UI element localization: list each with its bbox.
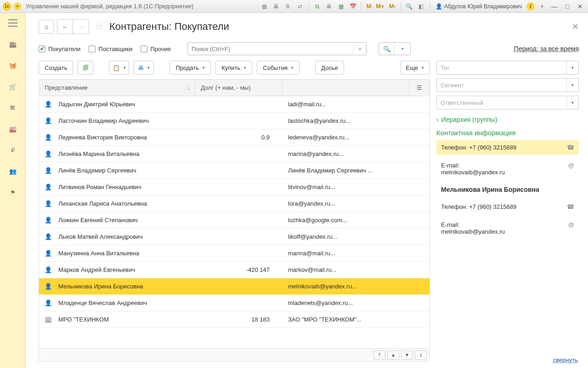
close-button[interactable]: ✕ [575, 3, 585, 10]
flag-icon[interactable]: ⚑ [7, 187, 18, 198]
contact-phone-secondary[interactable]: Телефон: +7 (960) 3215689 ☎ [436, 200, 579, 214]
m-minus-button[interactable]: M- [388, 3, 397, 10]
row-name: Ласточкин Владимир Андреевич [58, 117, 149, 124]
search-options[interactable]: ▾ [395, 43, 410, 55]
more-button[interactable]: Еще▾ [400, 61, 430, 75]
row-name: Мельникова Ирина Борисовна [58, 283, 143, 290]
forward-button[interactable]: → [73, 20, 89, 34]
col-menu-header[interactable]: ☰ [409, 80, 430, 96]
menu-icon[interactable] [7, 17, 18, 29]
filter-suppliers[interactable]: Поставщики [89, 46, 132, 52]
compare-icon[interactable]: ⇄ [295, 2, 305, 11]
page-last[interactable]: ⤓ [415, 351, 427, 360]
table-row[interactable]: 👤Линёв Владимир СергеевичЛинёв Владимир … [39, 162, 430, 179]
doc-icon[interactable]: 🗎 [283, 2, 293, 11]
table-row[interactable]: 👤Марков Андрей Евгеньевич-420 147markov@… [39, 262, 430, 278]
contact-email-primary[interactable]: E-mail:melnikovaib@yandex.ru @ [436, 158, 579, 179]
col-name-header[interactable]: Представление↓ [39, 80, 195, 96]
print-icon[interactable]: 🖶 [271, 2, 281, 11]
row-name: Марков Андрей Евгеньевич [58, 266, 135, 273]
cart-icon[interactable]: 🛒 [7, 81, 18, 92]
contact-phone-primary[interactable]: Телефон: +7 (960) 3215689 ☎ [436, 140, 579, 155]
row-name: Леденева Виктория Викторовна [58, 134, 147, 141]
table-row[interactable]: 👤Мельникова Ирина Борисовнаmelnikovaib@y… [39, 278, 430, 295]
user-chip[interactable]: 👤 Абдулов Юрий Владимирович [434, 3, 524, 10]
app-logo: 1c [3, 2, 11, 11]
contact-email-secondary[interactable]: E-mail:melnikovaib@yandex.ru @ [436, 218, 579, 239]
minimize-button[interactable]: — [549, 3, 560, 10]
money-icon[interactable]: ₽ [7, 144, 18, 155]
panel-icon[interactable]: ◧ [417, 2, 426, 11]
row-name: Лыков Матвей Александрович [58, 233, 142, 240]
page-up[interactable]: ▲ [387, 351, 399, 360]
table-row[interactable]: 👤Лиханская Лариса Анатольевнаlora@yandex… [39, 196, 430, 212]
period-link[interactable]: Период: за все время [514, 45, 579, 52]
collapse-link[interactable]: свернуть [553, 356, 578, 363]
row-email: litvinov@mail.ru... [283, 184, 430, 190]
filter-others[interactable]: Прочие [141, 46, 171, 52]
tag-combo[interactable]: Тег▾ [436, 61, 579, 75]
info-caret[interactable]: ▼ [537, 2, 547, 11]
maximize-button[interactable]: □ [562, 3, 572, 10]
store-icon[interactable]: 🏬 [7, 39, 18, 50]
print2-icon[interactable]: 🖶 [324, 2, 334, 11]
app-title: Управление нашей фирмой, редакция 1.6 (1… [26, 3, 193, 10]
row-debt: 18 183 [195, 316, 283, 323]
page-down[interactable]: ▼ [401, 351, 413, 360]
favorite-star-icon[interactable]: ☆ [95, 21, 104, 33]
table-row[interactable]: 👤Ладыгин Дмитрий Юрьевичladi@mail.ru... [39, 96, 430, 113]
basket-icon[interactable]: 🧺 [7, 60, 18, 71]
hierarchy-link[interactable]: ›Иерархия (группы) [436, 116, 579, 123]
row-email: melnikovaib@yandex.ru... [283, 283, 430, 290]
factory-icon[interactable]: 🏭 [7, 123, 18, 134]
search-clear-icon[interactable]: × [353, 46, 366, 52]
close-tab-icon[interactable]: ✕ [572, 22, 579, 32]
grid-icon[interactable]: ▦ [260, 2, 269, 11]
tools-icon[interactable]: 🛠 [7, 102, 18, 113]
segment-combo[interactable]: Сегмент▾ [436, 78, 579, 92]
responsible-combo[interactable]: Ответственный▾ [436, 96, 579, 109]
filter-others-label: Прочие [150, 46, 171, 52]
filter-buyers-label: Покупатели [48, 46, 80, 52]
table-row[interactable]: 👤Лизнёва Марина Витальевнаmarina@yandex.… [39, 146, 430, 162]
save-icon[interactable]: ⧉ [312, 2, 322, 11]
table-row[interactable]: 👤Ложкин Евгений Степановичlozhka@google.… [39, 212, 430, 229]
col-email-header[interactable] [283, 80, 409, 96]
people-icon[interactable]: 👥 [7, 166, 18, 177]
search-button[interactable]: 🔍 [379, 43, 395, 55]
paste-button[interactable]: 📋▾ [109, 61, 129, 75]
row-email: manna@mail.ru... [283, 250, 430, 257]
table-row[interactable]: 👤Младенце Вячеслав Андреевичmladenets@ya… [39, 295, 430, 311]
chevron-right-icon: › [436, 116, 439, 123]
create-copy-button[interactable]: 🗐 [78, 61, 93, 75]
table-row[interactable]: 👤Ласточкин Владимир Андреевичlastochka@y… [39, 113, 430, 129]
print-button[interactable]: 🖶▾ [134, 61, 154, 75]
table-row[interactable]: 🏢МРО "ТЕХИНКОМ18 183ЗАО "МРО "ТЕХИНКОМ".… [39, 311, 430, 328]
col-debt-header[interactable]: Долг (+ нам, - мы) [195, 80, 283, 96]
events-button[interactable]: События▾ [257, 61, 300, 75]
table-icon[interactable]: ▦ [336, 2, 345, 11]
table-row[interactable]: 👤Лыков Матвей Александровичlikoff@yandex… [39, 229, 430, 245]
home-button[interactable]: ⌂ [39, 20, 54, 34]
back-button[interactable]: ← [57, 20, 73, 34]
table-row[interactable]: 👤Леденева Виктория Викторовна0,9ledeneva… [39, 129, 430, 146]
m-button[interactable]: M [365, 3, 372, 10]
dossier-button[interactable]: Досье [315, 61, 344, 75]
calendar-icon[interactable]: 📅 [348, 2, 357, 11]
person-icon: 👤 [45, 233, 52, 240]
info-button[interactable]: i [526, 2, 535, 11]
table-row[interactable]: 👤Литвинов Роман Геннадьевичlitvinov@mail… [39, 179, 430, 196]
page-first[interactable]: ⤒ [373, 351, 385, 360]
m-plus-button[interactable]: M+ [375, 3, 385, 10]
sell-button[interactable]: Продать▾ [170, 61, 211, 75]
grid-pager: ⤒ ▲ ▼ ⤓ [39, 348, 430, 361]
filter-buyers[interactable]: ✔Покупатели [39, 46, 80, 52]
search-input[interactable] [188, 46, 353, 52]
zoom-in-icon[interactable]: 🔍 [405, 2, 414, 11]
create-button[interactable]: Создать [39, 61, 73, 75]
row-email: lastochka@yandex.ru... [283, 117, 430, 124]
buy-button[interactable]: Купить▾ [215, 61, 252, 75]
table-row[interactable]: 👤Манузинна Анна Витальевнаmanna@mail.ru.… [39, 245, 430, 262]
person-icon: 👤 [45, 283, 52, 290]
dropdown-icon[interactable]: ▼ [14, 3, 21, 10]
